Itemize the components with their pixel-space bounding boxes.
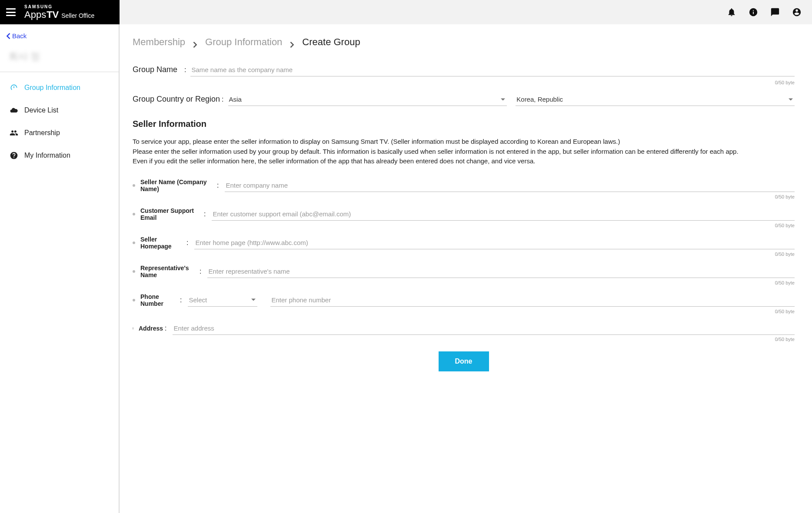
main-content: Membership Group Information Create Grou… bbox=[120, 24, 812, 513]
bell-icon[interactable] bbox=[727, 7, 736, 17]
sidebar-item-label: Device List bbox=[24, 106, 58, 114]
back-label: Back bbox=[12, 32, 27, 40]
byte-counter: 0/50 byte bbox=[133, 252, 795, 257]
homepage-label: Seller Homepage bbox=[139, 236, 185, 250]
sidebar-item-device-list[interactable]: Device List bbox=[0, 99, 119, 122]
info-icon[interactable] bbox=[749, 7, 758, 17]
seller-info-description: To service your app, please enter the se… bbox=[133, 137, 795, 166]
bullet-icon bbox=[133, 184, 135, 187]
byte-counter: 0/50 byte bbox=[133, 223, 795, 228]
sidebar-item-group-information[interactable]: Group Information bbox=[0, 76, 119, 99]
bullet-icon bbox=[133, 299, 135, 301]
group-region-label: Group Country or Region bbox=[133, 95, 220, 104]
region-country-select[interactable]: Korea, Republic bbox=[516, 93, 795, 106]
breadcrumb-item[interactable]: Group Information bbox=[205, 36, 282, 48]
address-input[interactable] bbox=[173, 322, 795, 335]
region-continent-select[interactable]: Asia bbox=[228, 93, 507, 106]
done-button[interactable]: Done bbox=[439, 351, 489, 371]
cloud-icon bbox=[10, 106, 18, 115]
brand: SAMSUNG AppsTVSeller Office bbox=[24, 5, 94, 20]
bullet-icon bbox=[133, 242, 135, 244]
chat-icon[interactable] bbox=[770, 7, 780, 17]
select-value: Select bbox=[189, 296, 207, 304]
byte-counter: 0/50 byte bbox=[133, 194, 795, 199]
brand-samsung: SAMSUNG bbox=[24, 5, 94, 9]
caret-down-icon bbox=[251, 299, 256, 301]
header-brand-block: SAMSUNG AppsTVSeller Office bbox=[0, 0, 120, 24]
select-value: Korea, Republic bbox=[516, 96, 563, 103]
address-label: Address bbox=[137, 325, 163, 332]
group-name-input[interactable] bbox=[190, 63, 795, 76]
sidebar-item-label: Group Information bbox=[24, 84, 80, 92]
caret-down-icon bbox=[789, 98, 793, 100]
help-icon bbox=[10, 151, 18, 160]
back-link[interactable]: Back bbox=[0, 30, 119, 42]
phone-country-select[interactable]: Select bbox=[188, 294, 257, 307]
byte-counter: 0/50 byte bbox=[133, 337, 795, 342]
rep-name-input[interactable] bbox=[207, 265, 795, 278]
bullet-icon bbox=[133, 213, 135, 215]
dashboard-icon bbox=[10, 83, 18, 92]
breadcrumb: Membership Group Information Create Grou… bbox=[133, 36, 795, 48]
byte-counter: 0/50 byte bbox=[133, 80, 795, 85]
account-name-blurred: 회사 정 bbox=[0, 42, 119, 72]
caret-down-icon bbox=[501, 98, 505, 100]
seller-name-label: Seller Name (Company Name) bbox=[139, 179, 215, 192]
homepage-input[interactable] bbox=[194, 236, 795, 249]
rep-name-label: Representative's Name bbox=[139, 265, 198, 278]
group-name-label: Group Name bbox=[133, 65, 183, 74]
chevron-right-icon bbox=[193, 39, 197, 45]
side-nav: Group Information Device List Partnershi… bbox=[0, 72, 119, 171]
breadcrumb-item[interactable]: Membership bbox=[133, 36, 185, 48]
header-actions bbox=[120, 0, 812, 24]
sidebar-item-partnership[interactable]: Partnership bbox=[0, 122, 119, 144]
support-email-input[interactable] bbox=[212, 208, 795, 221]
byte-counter: 0/50 byte bbox=[133, 280, 795, 285]
phone-input[interactable] bbox=[270, 294, 795, 307]
breadcrumb-current: Create Group bbox=[302, 36, 360, 48]
phone-label: Phone Number bbox=[139, 293, 178, 307]
support-email-label: Customer Support Email bbox=[139, 207, 202, 221]
bullet-icon bbox=[133, 270, 135, 273]
bullet-icon bbox=[133, 327, 133, 330]
sidebar-item-label: Partnership bbox=[24, 129, 60, 137]
sidebar-item-my-information[interactable]: My Information bbox=[0, 144, 119, 167]
sidebar-item-label: My Information bbox=[24, 152, 70, 159]
select-value: Asia bbox=[229, 96, 242, 103]
chevron-right-icon bbox=[290, 39, 294, 45]
byte-counter: 0/50 byte bbox=[133, 309, 795, 314]
seller-info-title: Seller Information bbox=[133, 119, 795, 129]
people-icon bbox=[10, 129, 18, 137]
top-header: SAMSUNG AppsTVSeller Office bbox=[0, 0, 812, 24]
menu-icon[interactable] bbox=[6, 8, 16, 16]
seller-name-input[interactable] bbox=[225, 179, 795, 192]
user-icon[interactable] bbox=[792, 7, 802, 17]
sidebar: Back 회사 정 Group Information Device List … bbox=[0, 24, 120, 513]
